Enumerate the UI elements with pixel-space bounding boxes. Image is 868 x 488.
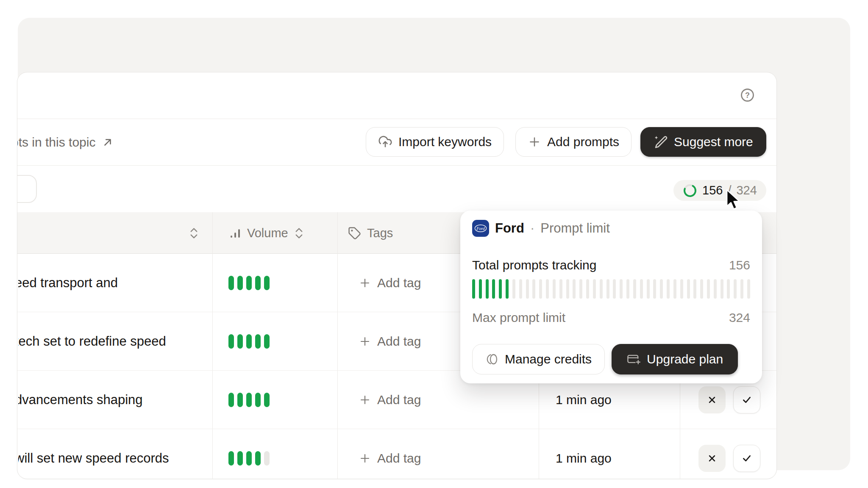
- tag-icon: [348, 227, 361, 240]
- prompt-text: dvancements shaping: [18, 371, 143, 429]
- popover-header: Ford Ford · Prompt limit: [472, 219, 750, 238]
- suggest-more-button[interactable]: Suggest more: [640, 127, 766, 157]
- manage-credits-label: Manage credits: [505, 352, 592, 366]
- volume-bars: [228, 254, 270, 312]
- add-tag-button[interactable]: Add tag: [359, 371, 421, 429]
- max-limit-line: Max prompt limit 324: [472, 309, 750, 326]
- brand-name: Ford: [495, 221, 524, 236]
- topic-link-label: pts in this topic: [17, 135, 95, 150]
- volume-bars: [228, 429, 270, 479]
- add-tag-label: Add tag: [377, 393, 421, 407]
- table-row: will set new speed records Add tag 1 min…: [17, 429, 776, 479]
- prompt-column-sort[interactable]: [189, 212, 199, 254]
- separator-dot: ·: [530, 221, 534, 236]
- volume-sort-icon: [294, 227, 304, 240]
- filter-row: 156 / 324: [17, 166, 776, 212]
- row-actions: [698, 429, 760, 479]
- add-tag-label: Add tag: [377, 451, 421, 466]
- volume-bars: [228, 371, 270, 429]
- column-header-volume[interactable]: Volume: [229, 212, 304, 254]
- tags-header-label: Tags: [367, 226, 393, 240]
- manage-credits-button[interactable]: Manage credits: [472, 344, 605, 374]
- svg-text:Ford: Ford: [476, 226, 485, 231]
- panel-toolbar: pts in this topic Import keywords Add pr…: [17, 119, 776, 166]
- max-limit-value: 324: [729, 311, 750, 325]
- import-keywords-label: Import keywords: [398, 135, 492, 149]
- approve-button[interactable]: [733, 445, 760, 472]
- help-icon[interactable]: ?: [740, 88, 754, 102]
- mouse-cursor: [723, 188, 743, 211]
- total-prompts-value: 156: [729, 258, 750, 272]
- upgrade-plan-button[interactable]: Upgrade plan: [612, 344, 738, 374]
- coin-icon: [485, 352, 499, 366]
- plus-icon: [528, 135, 541, 149]
- suggest-more-label: Suggest more: [674, 135, 753, 149]
- check-icon: [741, 394, 753, 406]
- popover-title: Prompt limit: [540, 221, 610, 236]
- approve-button[interactable]: [733, 386, 760, 413]
- svg-text:?: ?: [745, 91, 750, 100]
- prompt-usage-counter[interactable]: 156 / 324: [673, 180, 766, 201]
- progress-ring-icon: [683, 183, 697, 198]
- check-icon: [741, 452, 753, 464]
- prompt-text: tech set to redefine speed: [18, 312, 166, 371]
- max-limit-label: Max prompt limit: [472, 311, 565, 325]
- volume-bars: [228, 312, 270, 371]
- popover-actions: Manage credits Upgrade plan: [472, 344, 750, 374]
- upgrade-plan-label: Upgrade plan: [647, 352, 723, 366]
- cloud-upload-icon: [378, 135, 392, 149]
- add-tag-button[interactable]: Add tag: [359, 312, 421, 371]
- prompt-text: eed transport and: [18, 254, 118, 312]
- add-tag-label: Add tag: [377, 334, 421, 349]
- prompt-text: will set new speed records: [18, 429, 169, 479]
- add-prompts-label: Add prompts: [547, 135, 619, 149]
- plus-icon: [359, 335, 371, 348]
- plus-icon: [359, 277, 371, 289]
- topic-link[interactable]: pts in this topic: [17, 119, 113, 166]
- reject-button[interactable]: [698, 386, 726, 413]
- column-header-tags[interactable]: Tags: [348, 212, 393, 254]
- panel-topbar: ?: [17, 72, 776, 119]
- x-icon: [707, 453, 718, 464]
- ford-logo: Ford: [472, 220, 489, 237]
- plus-icon: [359, 394, 371, 406]
- add-prompts-button[interactable]: Add prompts: [515, 127, 632, 157]
- add-tag-button[interactable]: Add tag: [359, 254, 421, 312]
- pencil-sparkle-icon: [654, 135, 668, 149]
- add-tag-button[interactable]: Add tag: [359, 429, 421, 479]
- total-prompts-label: Total prompts tracking: [472, 258, 596, 272]
- total-prompts-line: Total prompts tracking 156: [472, 257, 750, 274]
- plus-icon: [359, 452, 371, 465]
- added-timestamp: 1 min ago: [556, 429, 612, 479]
- bar-chart-icon: [229, 227, 241, 239]
- arrow-up-right-icon: [102, 137, 113, 148]
- volume-header-label: Volume: [247, 226, 288, 240]
- prompt-limit-popover: Ford Ford · Prompt limit Total prompts t…: [460, 211, 762, 383]
- prompt-usage-meter: [472, 279, 750, 299]
- reject-button[interactable]: [698, 445, 726, 472]
- import-keywords-button[interactable]: Import keywords: [366, 127, 504, 157]
- add-tag-label: Add tag: [377, 276, 421, 290]
- card-plus-icon: [626, 352, 641, 366]
- clipped-filter-control[interactable]: [17, 175, 37, 203]
- usage-current: 156: [702, 183, 723, 197]
- x-icon: [707, 394, 718, 405]
